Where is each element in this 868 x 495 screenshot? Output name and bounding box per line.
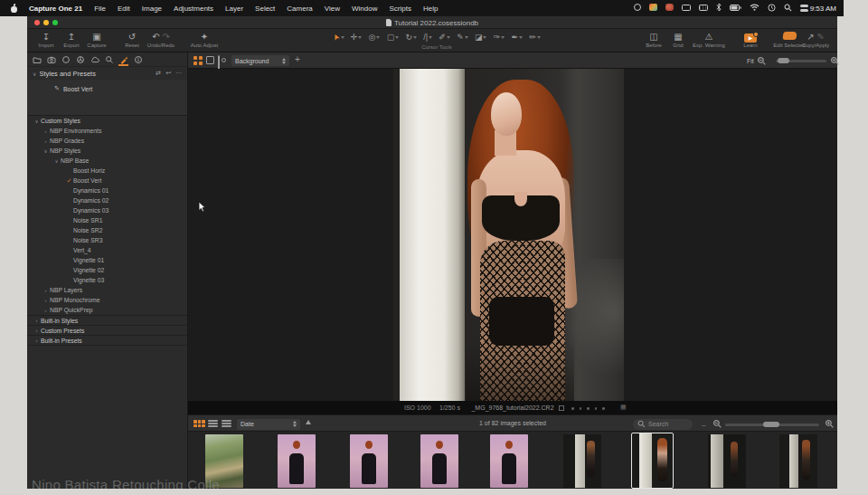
chevron-right-icon[interactable]: › — [33, 338, 41, 343]
spotlight-icon[interactable] — [784, 4, 792, 14]
clock-app-icon[interactable] — [768, 4, 776, 14]
wifi-icon[interactable] — [750, 4, 760, 13]
color-tab[interactable] — [74, 53, 86, 66]
viewer-image[interactable] — [393, 69, 624, 401]
draw-mask-tool[interactable]: ✒ — [512, 32, 524, 43]
search-box[interactable] — [633, 419, 693, 430]
copy-apply-button[interactable]: ↗ ✎Copy/Apply — [796, 31, 835, 48]
zoom-in-icon[interactable] — [830, 56, 840, 66]
chevron-right-icon[interactable]: › — [42, 308, 50, 313]
select-tool[interactable]: ➤ — [333, 32, 344, 43]
menubar-app-name[interactable]: Capture One 21 — [29, 5, 82, 13]
display-icon[interactable] — [682, 5, 691, 13]
tree-item-dynamics-03[interactable]: Dynamics 03 — [27, 205, 187, 215]
apple-menu-icon[interactable] — [11, 5, 18, 13]
info-tab[interactable] — [132, 53, 144, 66]
tree-item-boost-vert[interactable]: ✓Boost Vert — [27, 176, 187, 186]
menu-scripts[interactable]: Scripts — [389, 5, 410, 13]
slider-knob[interactable] — [763, 422, 779, 427]
thumbnail-2[interactable] — [278, 434, 316, 488]
slider-knob[interactable] — [778, 58, 789, 63]
export-button[interactable]: ↥Export — [58, 31, 85, 48]
styles-tab[interactable] — [118, 53, 129, 66]
thumbnail-8[interactable] — [708, 434, 746, 488]
chevron-down-icon[interactable]: ∨ — [52, 158, 61, 164]
spot-removal-tool[interactable]: ✐ — [439, 32, 450, 43]
multi-view-icon[interactable] — [193, 56, 203, 65]
thumb-zoom-out-icon[interactable] — [712, 419, 722, 429]
tree-item-nbp-styles[interactable]: ∨NBP Styles — [27, 146, 187, 156]
chevron-down-icon[interactable]: ∨ — [33, 71, 36, 77]
compare-icon[interactable] — [559, 405, 564, 411]
exp-warning-button[interactable]: ⚠Exp. Warning — [689, 31, 729, 48]
add-layer-button[interactable]: + — [295, 54, 300, 64]
import-button[interactable]: ↧Import — [33, 31, 60, 48]
tree-item-nbp-layers[interactable]: ›NBP Layers — [27, 285, 187, 295]
tree-item-custom-presets[interactable]: ›Custom Presets — [27, 325, 187, 335]
record-icon[interactable] — [634, 4, 641, 13]
menu-help[interactable]: Help — [423, 5, 438, 13]
tree-item-boost-horiz[interactable]: Boost Horiz — [27, 166, 187, 176]
chevron-right-icon[interactable]: › — [42, 138, 50, 144]
keyboard-icon[interactable] — [699, 5, 708, 13]
menubar-clock[interactable]: 9:53 AM — [810, 5, 836, 13]
crop-tool[interactable]: ▢ — [387, 32, 400, 43]
clone-tool[interactable]: ✑ — [494, 32, 505, 43]
details-tab[interactable] — [103, 53, 115, 66]
chevron-right-icon[interactable]: › — [42, 298, 50, 303]
grid-view-icon[interactable]: ▦ — [620, 404, 627, 411]
nav-dot[interactable] — [580, 407, 582, 410]
tree-item-built-in-styles[interactable]: ›Built-in Styles — [27, 315, 187, 325]
menu-view[interactable]: View — [325, 5, 340, 13]
colored-app-icon[interactable] — [649, 4, 657, 13]
menu-camera[interactable]: Camera — [287, 5, 312, 13]
single-view-icon[interactable] — [206, 56, 214, 64]
search-input[interactable] — [648, 421, 688, 427]
menu-edit[interactable]: Edit — [118, 5, 130, 13]
nav-dot[interactable] — [571, 407, 574, 410]
grid-button[interactable]: ▦Grid — [667, 31, 689, 48]
tree-item-nbp-environments[interactable]: ›NBP Environments — [27, 126, 187, 136]
chevron-down-icon[interactable]: ∨ — [33, 119, 41, 124]
tree-item-nbp-monochrome[interactable]: ›NBP Monochrome — [27, 295, 187, 305]
capture-tab[interactable] — [45, 53, 57, 66]
zoom-tool[interactable]: ◎ — [369, 32, 381, 43]
menu-layer[interactable]: Layer — [225, 5, 243, 13]
thumb-size-slider[interactable] — [725, 424, 819, 426]
exposure-tab[interactable] — [89, 53, 100, 66]
viewer-zoom-slider[interactable] — [776, 60, 826, 62]
tree-item-nbp-quickprep[interactable]: ›NBP QuickPrep — [27, 305, 187, 315]
tree-item-noise-sr1[interactable]: Noise SR1 — [27, 215, 187, 225]
tree-item-dynamics-02[interactable]: Dynamics 02 — [27, 195, 187, 205]
tree-item-vert-4[interactable]: Vert_4 — [27, 245, 187, 255]
control-center-icon[interactable] — [800, 5, 808, 12]
keystone-tool[interactable]: /| — [423, 32, 432, 43]
menu-image[interactable]: Image — [142, 5, 162, 13]
tree-item-nbp-base[interactable]: ∨NBP Base — [27, 156, 187, 166]
menu-select[interactable]: Select — [255, 5, 275, 13]
annotate-tool[interactable]: ✏ — [529, 32, 541, 43]
swap-styles-icon[interactable]: ⇄ — [156, 70, 161, 77]
nav-dot[interactable] — [595, 407, 598, 410]
chevron-right-icon[interactable]: › — [42, 129, 50, 134]
chevron-right-icon[interactable]: › — [33, 318, 41, 323]
rotate-tool[interactable]: ↻ — [405, 32, 417, 43]
tree-item-built-in-presets[interactable]: ›Built-in Presets — [27, 335, 187, 345]
layer-selector[interactable]: Background — [231, 55, 289, 66]
undo-redo-button[interactable]: ↶ ↷Undo/Redo — [145, 31, 177, 48]
before-button[interactable]: ◫Before — [640, 31, 667, 48]
applied-style-row[interactable]: ✎ Boost Vert — [54, 85, 92, 92]
learn-button[interactable]: ▶Learn — [736, 31, 765, 48]
thumb-zoom-in-icon[interactable] — [825, 419, 835, 429]
library-tab[interactable] — [31, 53, 42, 66]
erase-tool[interactable]: ◪ — [475, 32, 487, 43]
nav-dot[interactable] — [587, 407, 590, 410]
thumbnail-4[interactable] — [420, 434, 458, 488]
battery-icon[interactable] — [730, 5, 741, 13]
reset-button[interactable]: ↺Reset — [118, 31, 146, 48]
thumbnail-7-selected[interactable] — [631, 433, 674, 489]
revert-icon[interactable]: ↩ — [165, 70, 171, 77]
lens-tab[interactable] — [60, 53, 71, 66]
tree-item-dynamics-01[interactable]: Dynamics 01 — [27, 186, 187, 195]
heal-tool[interactable]: ✎ — [457, 32, 468, 43]
